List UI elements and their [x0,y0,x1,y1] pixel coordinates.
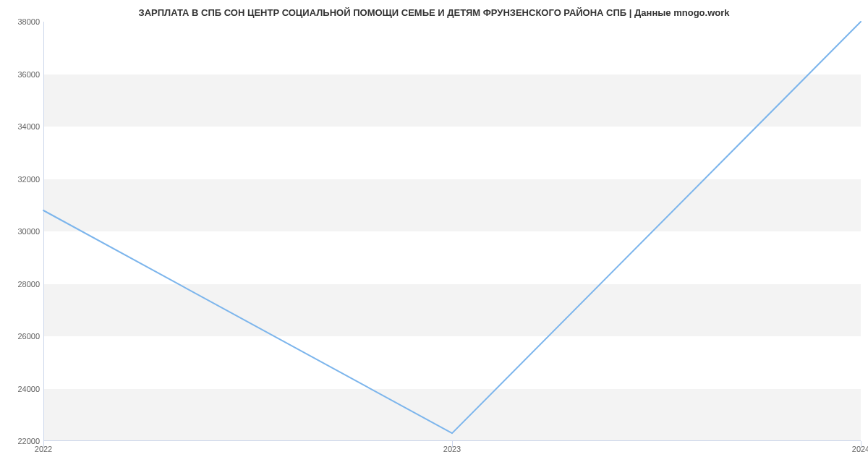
y-tick-label: 36000 [4,70,40,79]
chart-svg [43,22,861,441]
y-tick-label: 28000 [4,280,40,289]
x-tick-mark [861,441,861,447]
chart-title: ЗАРПЛАТА В СПБ СОН ЦЕНТР СОЦИАЛЬНОЙ ПОМО… [0,7,868,18]
y-tick-label: 38000 [4,17,40,26]
x-tick-mark [452,441,453,447]
data-line [43,22,861,433]
y-tick-label: 34000 [4,122,40,131]
y-tick-label: 26000 [4,332,40,341]
plot-area [43,22,861,441]
y-tick-label: 24000 [4,385,40,393]
chart-container: ЗАРПЛАТА В СПБ СОН ЦЕНТР СОЦИАЛЬНОЙ ПОМО… [0,0,868,470]
y-tick-label: 30000 [4,227,40,236]
x-tick-mark [43,441,44,447]
y-tick-label: 32000 [4,175,40,184]
x-tick-label: 2024 [852,445,868,453]
